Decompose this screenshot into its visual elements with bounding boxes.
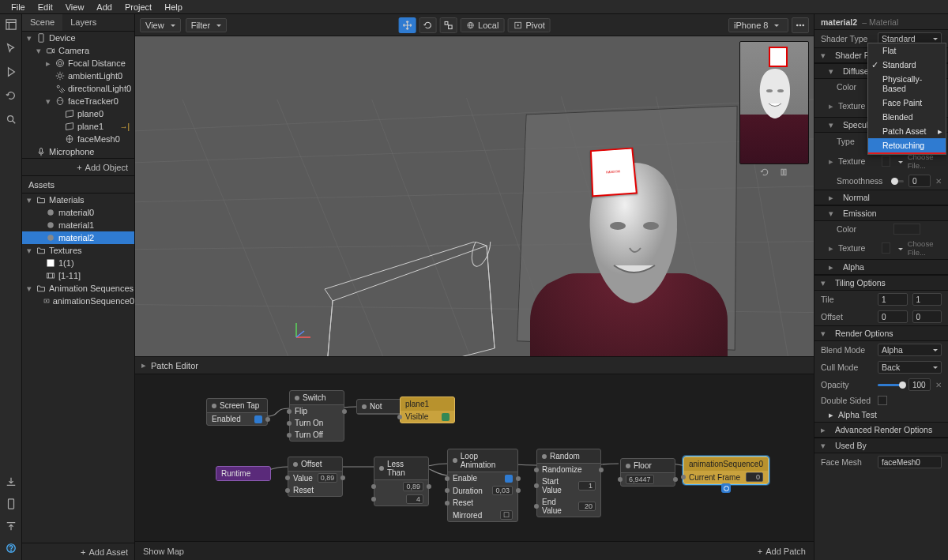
section-alpha[interactable]: Alpha [843, 262, 864, 272]
section-tiling[interactable]: Tiling Options [835, 278, 886, 288]
tree-item-material1[interactable]: material1 [22, 219, 134, 231]
node-loop-animation[interactable]: Loop Animation Enable Duration0,03 Reset… [447, 449, 518, 522]
node-plane1[interactable]: plane1 Visible [400, 397, 455, 423]
tree-item-animationsequence0[interactable]: animationSequence0 [22, 295, 134, 307]
section-emission[interactable]: Emission [843, 209, 877, 218]
import-icon[interactable] [4, 475, 18, 489]
local-toggle[interactable]: Local [460, 18, 504, 32]
offset-y-input[interactable]: 0 [912, 310, 942, 323]
node-animation-sequence[interactable]: animationSequence0 Current Frame0 [683, 457, 769, 484]
node-offset[interactable]: Offset Value0,89 Reset [288, 457, 343, 497]
tree-item-focal-distance[interactable]: ▸Focal Distance [22, 57, 134, 70]
tree-item-1-1-[interactable]: 1(1) [22, 257, 134, 269]
double-sided-label: Double Sided [821, 396, 873, 405]
tree-item--1-11-[interactable]: [1-11] [22, 269, 134, 282]
tree-item-facetracker0[interactable]: ▾faceTracker0 [22, 95, 134, 107]
tab-scene[interactable]: Scene [22, 14, 62, 31]
cursor-icon[interactable] [4, 41, 18, 55]
tree-item-camera[interactable]: ▾Camera [22, 44, 134, 57]
tab-layers[interactable]: Layers [62, 14, 104, 31]
menu-edit[interactable]: Edit [32, 2, 59, 12]
node-floor[interactable]: Floor 6,9447 [620, 458, 675, 487]
add-object-button[interactable]: Add Object [85, 163, 128, 172]
node-runtime[interactable]: Runtime [216, 466, 271, 481]
usedby-value[interactable]: faceMesh0 [878, 456, 942, 468]
node-random[interactable]: Random Randomize Start Value1 End Value2… [536, 449, 601, 517]
show-map-button[interactable]: Show Map [143, 547, 184, 556]
preview-device-dropdown[interactable]: iPhone 8 [728, 18, 788, 32]
viewport[interactable]: RANDOM [135, 36, 814, 356]
double-sided-checkbox[interactable] [878, 396, 887, 405]
dropdown-item-blended[interactable]: Blended [868, 110, 946, 124]
dropdown-item-flat[interactable]: Flat [868, 43, 946, 58]
menu-add[interactable]: Add [90, 2, 118, 12]
assets-tree[interactable]: ▾Materialsmaterial0material1material2▾Te… [22, 194, 134, 543]
node-settings-icon[interactable] [721, 483, 731, 493]
tile-x-input[interactable]: 1 [878, 293, 908, 306]
tree-item-material0[interactable]: material0 [22, 206, 134, 219]
menubar: File Edit View Add Project Help [0, 0, 948, 14]
preview-menu-icon[interactable] [792, 17, 809, 33]
tree-item-plane0[interactable]: plane0 [22, 107, 134, 120]
help-icon[interactable] [4, 541, 18, 555]
svg-rect-27 [445, 21, 448, 24]
menu-view[interactable]: View [59, 2, 91, 12]
device-icon[interactable] [4, 497, 18, 511]
patch-header[interactable]: ▸Patch Editor [135, 357, 814, 374]
tree-item-facemesh0[interactable]: faceMesh0 [22, 133, 134, 145]
cull-mode-select[interactable]: Back [878, 361, 942, 374]
rotate-tool[interactable] [419, 17, 436, 33]
tree-item-device[interactable]: ▾Device [22, 32, 134, 44]
scene-footer[interactable]: +Add Object [22, 158, 134, 175]
section-normal[interactable]: Normal [843, 193, 870, 202]
scene-tree[interactable]: ▾Device▾Camera▸Focal DistanceambientLigh… [22, 32, 134, 158]
node-less-than[interactable]: Less Than 0,89 4 [374, 457, 429, 506]
preview-restart-icon[interactable] [760, 167, 769, 179]
tile-y-input[interactable]: 1 [912, 293, 942, 306]
shader-type-dropdown[interactable]: Flat Standard Physically-Based Face Pain… [867, 43, 946, 155]
opacity-slider[interactable] [878, 384, 904, 386]
layout-icon[interactable] [4, 17, 18, 32]
view-dropdown[interactable]: View [140, 18, 181, 32]
tree-item-plane1[interactable]: plane1→| [22, 120, 134, 133]
menu-help[interactable]: Help [158, 2, 189, 12]
filter-dropdown[interactable]: Filter [186, 18, 227, 32]
add-asset-button[interactable]: Add Asset [88, 547, 128, 557]
assets-footer[interactable]: +Add Asset [22, 543, 134, 560]
tree-item-ambientlight0[interactable]: ambientLight0 [22, 70, 134, 82]
section-render[interactable]: Render Options [835, 329, 893, 338]
section-usedby[interactable]: Used By [835, 441, 867, 450]
menu-project[interactable]: Project [118, 2, 158, 12]
search-icon[interactable] [4, 112, 18, 126]
scene-tabs: Scene Layers [22, 14, 134, 32]
section-alpha-test[interactable]: Alpha Test [838, 410, 877, 419]
pivot-toggle[interactable]: Pivot [507, 18, 550, 32]
play-icon[interactable] [4, 65, 18, 79]
tree-item-animation-sequences[interactable]: ▾Animation Sequences [22, 282, 134, 295]
scale-tool[interactable] [439, 17, 457, 33]
offset-x-input[interactable]: 0 [878, 310, 908, 323]
dropdown-item-standard[interactable]: Standard [868, 58, 946, 72]
node-screen-tap[interactable]: Screen Tap Enabled [206, 398, 268, 426]
tree-item-materials[interactable]: ▾Materials [22, 194, 134, 206]
tree-item-textures[interactable]: ▾Textures [22, 244, 134, 257]
dropdown-item-patchasset[interactable]: Patch Asset [868, 124, 946, 138]
export-icon[interactable] [4, 519, 18, 533]
node-switch[interactable]: Switch Flip Turn On Turn Off [289, 390, 344, 442]
dropdown-item-retouching[interactable]: Retouching [868, 138, 946, 152]
preview-pause-icon[interactable] [779, 167, 788, 179]
refresh-icon[interactable] [4, 88, 18, 103]
section-advanced[interactable]: Advanced Render Options [835, 425, 932, 434]
move-tool[interactable] [398, 17, 416, 33]
section-diffuse[interactable]: Diffuse [843, 66, 869, 76]
tree-item-material2[interactable]: material2 [22, 231, 134, 244]
add-patch-button[interactable]: +Add Patch [758, 547, 806, 556]
menu-file[interactable]: File [5, 2, 32, 12]
blend-mode-select[interactable]: Alpha [878, 344, 942, 356]
dropdown-item-facepaint[interactable]: Face Paint [868, 96, 946, 110]
tree-item-microphone[interactable]: Microphone [22, 145, 134, 158]
opacity-input[interactable]: 100 [908, 378, 931, 391]
tree-item-directionallight0[interactable]: directionalLight0 [22, 82, 134, 95]
patch-graph[interactable]: Screen Tap Enabled Switch Flip Turn On T… [135, 374, 814, 541]
dropdown-item-pbr[interactable]: Physically-Based [868, 72, 946, 96]
